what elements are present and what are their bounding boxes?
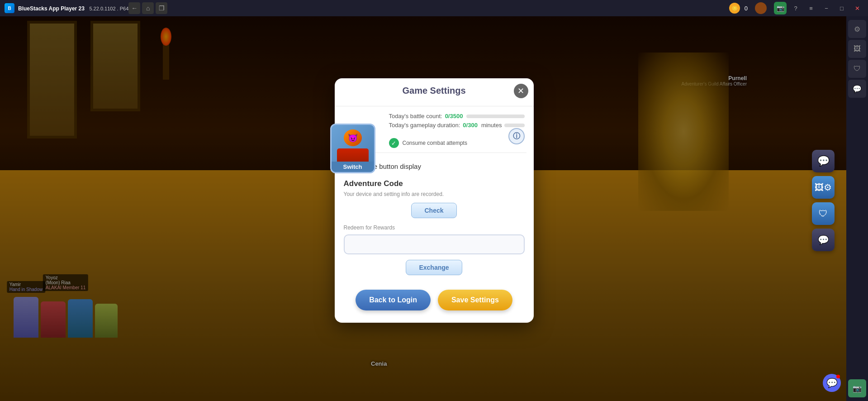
discord-chat-button[interactable]: 💬 <box>823 374 841 392</box>
battle-count-bar <box>466 115 524 118</box>
nav-controls: ← ⌂ ❐ <box>128 2 167 14</box>
info-button[interactable]: ⓘ <box>508 128 525 144</box>
window-controls: 🪙 0 📷 ? ≡ − □ ✕ <box>729 2 863 14</box>
menu-button[interactable]: ≡ <box>805 2 817 14</box>
player-avatar[interactable]: 😈 Switch <box>330 124 375 173</box>
panel-chat2-button[interactable]: 💬 <box>812 229 835 251</box>
help-button[interactable]: ? <box>789 2 802 14</box>
minimize-button[interactable]: − <box>820 2 833 14</box>
battle-count-row: Today's battle count: 0/3500 <box>389 113 525 119</box>
duration-unit: minutes <box>481 122 502 129</box>
adventure-code-desc: Your device and setting info are recorde… <box>344 191 525 197</box>
switch-label: Switch <box>332 162 374 172</box>
notification-dot <box>836 375 840 378</box>
duration-bar <box>504 124 524 127</box>
redeem-label: Redeem for Rewards <box>344 224 525 231</box>
save-settings-button[interactable]: Save Settings <box>438 290 512 310</box>
consume-check-icon: ✓ <box>389 138 399 148</box>
duration-row: Today's gameplay duration: 0/300 minutes <box>389 122 525 129</box>
right-panel: 💬 🖼⚙ 🛡 💬 <box>812 150 837 251</box>
app-logo: B <box>5 3 14 13</box>
screenshot-icon[interactable]: 📷 <box>774 2 787 14</box>
modal-footer: Back to Login Save Settings <box>335 282 534 318</box>
close-button[interactable]: ✕ <box>851 2 863 14</box>
coin-count: 0 <box>745 5 748 12</box>
battle-count-value: 0/3500 <box>445 113 463 119</box>
game-settings-modal: 😈 Switch ⓘ ✕ Game Settings Today's battl… <box>335 78 534 323</box>
consume-label: Consume combat attempts <box>403 140 467 146</box>
panel-shield-button[interactable]: 🛡 <box>812 202 835 225</box>
exchange-button[interactable]: Exchange <box>406 260 462 275</box>
panel-settings-button[interactable]: 🖼⚙ <box>812 176 835 199</box>
redeem-input[interactable] <box>344 234 525 254</box>
adventure-code-title: Adventure Code <box>344 179 525 188</box>
modal-title: Game Settings <box>344 86 525 96</box>
duration-label: Today's gameplay duration: <box>389 122 460 129</box>
app-name: BlueStacks App Player 23 5.22.0.1102 . P… <box>18 4 128 12</box>
check-button[interactable]: Check <box>411 203 456 218</box>
nav-copy-button[interactable]: ❐ <box>156 2 167 14</box>
title-bar: B BlueStacks App Player 23 5.22.0.1102 .… <box>0 0 868 16</box>
modal-header: Game Settings <box>335 78 534 106</box>
back-to-login-button[interactable]: Back to Login <box>356 290 431 310</box>
panel-chat-button[interactable]: 💬 <box>812 150 835 172</box>
user-avatar[interactable] <box>755 2 767 14</box>
duration-value: 0/300 <box>463 122 478 129</box>
close-modal-button[interactable]: ✕ <box>514 84 528 98</box>
nav-back-button[interactable]: ← <box>128 2 140 14</box>
discord-icon: 💬 <box>826 377 838 388</box>
maximize-button[interactable]: □ <box>835 2 848 14</box>
coin-icon: 🪙 <box>729 3 740 14</box>
modal-backdrop: 😈 Switch ⓘ ✕ Game Settings Today's battl… <box>0 0 868 401</box>
battle-count-label: Today's battle count: <box>389 113 442 119</box>
avatar-icon: 😈 <box>344 129 362 146</box>
nav-home-button[interactable]: ⌂ <box>142 2 154 14</box>
